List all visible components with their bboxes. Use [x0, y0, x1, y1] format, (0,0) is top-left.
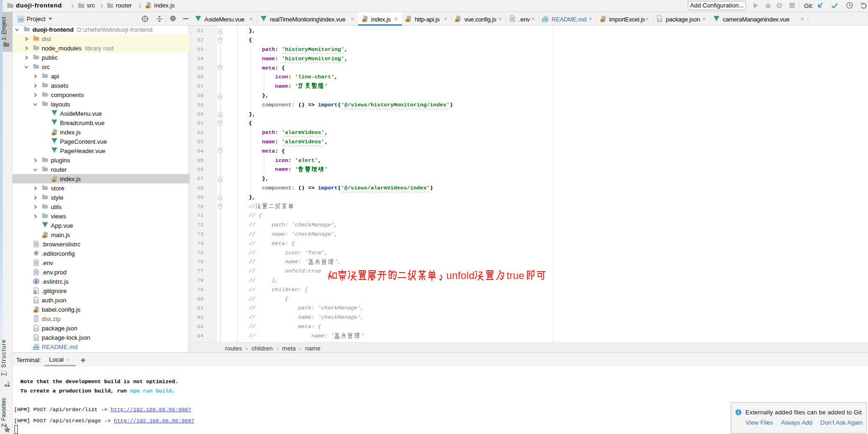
- svg-text:MD: MD: [34, 347, 38, 350]
- svg-text:JS: JS: [456, 19, 459, 22]
- svg-text:{}: {}: [34, 327, 38, 331]
- svg-text:JS: JS: [362, 19, 366, 22]
- svg-text:{}: {}: [34, 299, 38, 303]
- svg-text:JS: JS: [43, 235, 46, 238]
- svg-text:JS: JS: [52, 133, 56, 135]
- svg-text:JS: JS: [34, 310, 37, 313]
- svg-text:{}: {}: [657, 18, 662, 22]
- svg-text:JS: JS: [600, 19, 604, 22]
- svg-text:JS: JS: [406, 19, 409, 22]
- svg-text:{}: {}: [34, 336, 38, 341]
- svg-text:JS: JS: [146, 6, 149, 8]
- svg-text:JS: JS: [52, 179, 56, 182]
- svg-text:MD: MD: [543, 19, 547, 22]
